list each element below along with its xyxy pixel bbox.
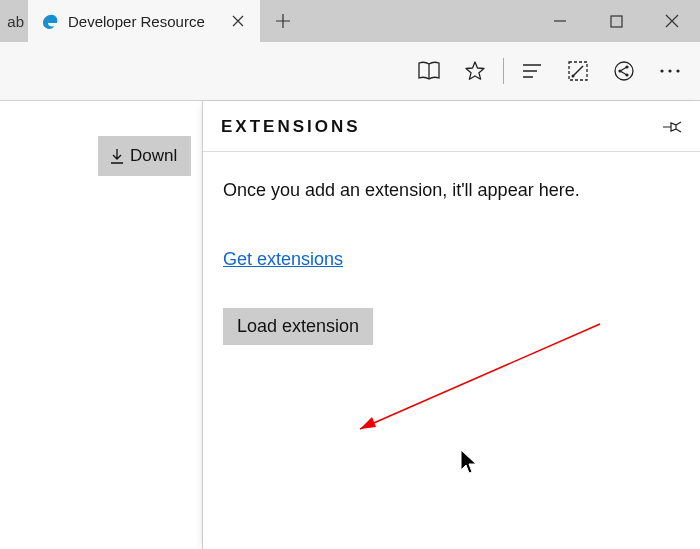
svg-rect-0 [611,16,622,27]
tab-active[interactable]: Developer Resource [28,0,260,42]
page-content: Downl EXTENSIONS Once you add an extensi… [0,101,700,549]
tab-title: Developer Resource [68,13,218,30]
svg-point-2 [572,75,575,78]
tab-close-button[interactable] [226,15,250,27]
flyout-body: Once you add an extension, it'll appear … [203,152,700,373]
reading-view-button[interactable] [407,49,451,93]
toolbar-separator [503,58,504,84]
favorites-button[interactable] [453,49,497,93]
title-drag-region [306,0,532,42]
new-tab-button[interactable] [260,0,306,42]
more-button[interactable] [648,49,692,93]
titlebar: ab Developer Resource [0,0,700,42]
svg-point-8 [668,69,671,72]
get-extensions-link[interactable]: Get extensions [223,249,343,270]
hub-button[interactable] [510,49,554,93]
flyout-description: Once you add an extension, it'll appear … [223,180,680,201]
svg-point-7 [660,69,663,72]
mouse-cursor-icon [460,449,478,475]
toolbar [0,42,700,100]
share-button[interactable] [602,49,646,93]
web-note-button[interactable] [556,49,600,93]
window-minimize-button[interactable] [532,0,588,42]
flyout-header: EXTENSIONS [203,101,700,147]
edge-logo-icon [40,11,60,31]
svg-point-3 [615,62,633,80]
tab-inactive-stub[interactable]: ab [0,0,28,42]
download-button-label: Downl [130,146,177,166]
svg-point-9 [676,69,679,72]
window-maximize-button[interactable] [588,0,644,42]
load-extension-button[interactable]: Load extension [223,308,373,345]
flyout-title: EXTENSIONS [221,117,361,137]
download-button[interactable]: Downl [98,136,191,176]
download-icon [110,148,124,164]
extensions-flyout: EXTENSIONS Once you add an extension, it… [202,101,700,549]
pin-button[interactable] [662,119,682,135]
window-close-button[interactable] [644,0,700,42]
